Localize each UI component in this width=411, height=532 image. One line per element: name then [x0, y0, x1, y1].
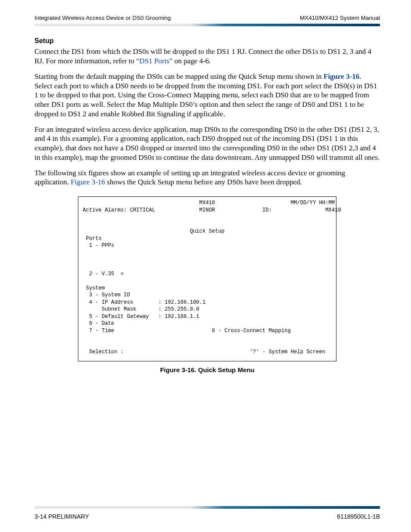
- figure-caption: Figure 3-16. Quick Setup Menu: [34, 366, 380, 374]
- footer-left: 3-14 PRELIMINARY: [34, 513, 89, 520]
- body-text: Setup Connect the DS1 from which the DS0…: [34, 37, 380, 374]
- page-footer: 3-14 PRELIMINARY 61189500L1-1B: [34, 513, 380, 520]
- p2-text-a: Starting from the default mapping the DS…: [34, 72, 324, 81]
- p1-text-b: on page 4-6.: [173, 57, 211, 65]
- paragraph-3: For an integrated wireless access device…: [34, 125, 380, 162]
- header-rule: [34, 24, 380, 26]
- header-right: MX410/MX412 System Manual: [300, 15, 380, 21]
- p4-text-b: shows the Quick Setup menu before any DS…: [105, 178, 302, 186]
- header-left: Integrated Wireless Access Device or DS0…: [34, 15, 171, 21]
- paragraph-4: The following six figures show an exampl…: [34, 168, 380, 187]
- paragraph-1: Connect the DS1 from which the DS0s will…: [34, 47, 380, 66]
- link-ds1-ports[interactable]: “DS1 Ports”: [136, 57, 173, 65]
- footer-right: 61189500L1-1B: [337, 513, 380, 520]
- manual-page: Integrated Wireless Access Device or DS0…: [0, 0, 411, 532]
- paragraph-2: Starting from the default mapping the DS…: [34, 72, 380, 119]
- terminal-screen: MX410 MM/DD/YY HH:MM Active Alarms: CRIT…: [78, 196, 336, 361]
- footer-rule: [34, 506, 380, 509]
- section-title-setup: Setup: [34, 37, 380, 45]
- link-figure-3-16-bold[interactable]: Figure 3-16: [324, 72, 359, 81]
- page-header: Integrated Wireless Access Device or DS0…: [34, 15, 380, 21]
- link-figure-3-16[interactable]: Figure 3-16: [71, 178, 105, 186]
- figure-container: MX410 MM/DD/YY HH:MM Active Alarms: CRIT…: [34, 196, 380, 361]
